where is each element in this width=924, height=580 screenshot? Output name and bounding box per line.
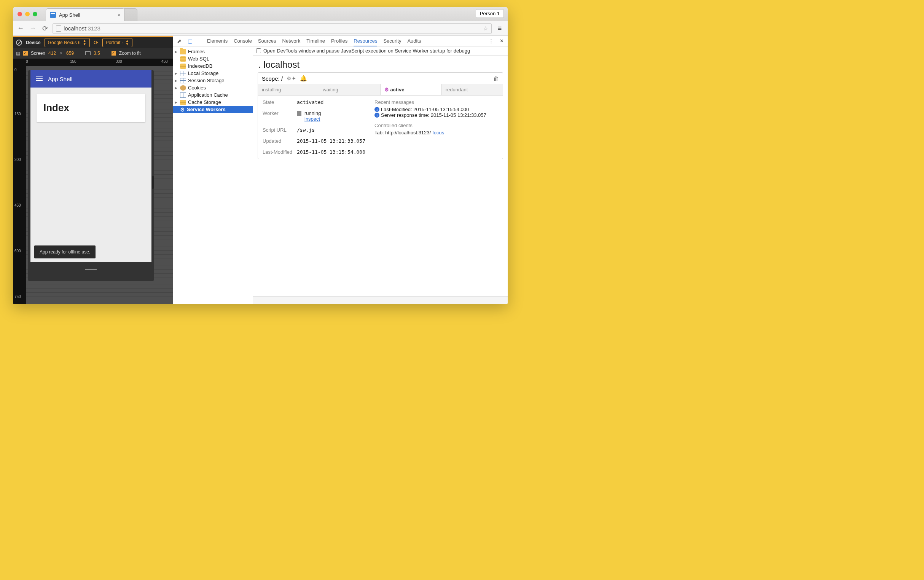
resources-tree: ▶Frames Web SQL IndexedDB ▶Local Storage… bbox=[173, 46, 253, 304]
maximize-window-button[interactable] bbox=[33, 12, 37, 16]
hamburger-icon[interactable] bbox=[36, 75, 43, 82]
ruler-vertical: 0 150 300 450 600 750 bbox=[13, 66, 26, 304]
reload-button[interactable]: ⟳ bbox=[40, 24, 49, 33]
service-workers-panel: Open DevTools window and pause JavaScrip… bbox=[253, 46, 508, 304]
sw-tab-installing[interactable]: installing bbox=[258, 84, 319, 95]
screen-height[interactable]: 659 bbox=[66, 51, 74, 56]
tab-sources[interactable]: Sources bbox=[258, 38, 276, 44]
chevron-updown-icon: ▲▼ bbox=[83, 39, 86, 46]
info-icon: i bbox=[374, 113, 379, 118]
tree-appcache[interactable]: Application Cache bbox=[173, 91, 253, 99]
tree-localstorage[interactable]: ▶Local Storage bbox=[173, 70, 253, 77]
device-screen[interactable]: App Shell Index bbox=[30, 70, 152, 262]
close-window-button[interactable] bbox=[18, 12, 22, 16]
inspect-link[interactable]: inspect bbox=[305, 116, 321, 122]
menu-button[interactable]: ≡ bbox=[495, 24, 505, 32]
profile-button[interactable]: Person 1 bbox=[476, 9, 504, 18]
pause-on-start-checkbox[interactable] bbox=[256, 48, 261, 53]
sw-card: Scope: / ⚙✦ 🔔 🗑 installing waiting ⚙acti… bbox=[258, 72, 503, 159]
tree-serviceworkers[interactable]: ⚙Service Workers bbox=[173, 106, 253, 113]
tab-resources[interactable]: Resources bbox=[354, 38, 377, 46]
lastmodified-value: 2015-11-05 13:15:54.000 bbox=[297, 149, 365, 155]
cookie-icon bbox=[180, 85, 186, 91]
tab-console[interactable]: Console bbox=[234, 38, 252, 44]
disable-icon[interactable] bbox=[16, 40, 22, 46]
page-icon bbox=[56, 25, 61, 31]
worker-status: running bbox=[305, 110, 321, 116]
sw-right-column: Recent messages iLast-Modified: 2015-11-… bbox=[374, 99, 498, 155]
sw-tab-waiting[interactable]: waiting bbox=[319, 84, 380, 95]
tree-indexeddb[interactable]: IndexedDB bbox=[173, 63, 253, 70]
zoom-label: Zoom to fit bbox=[119, 51, 141, 56]
device-mode-icon[interactable]: ▢ bbox=[188, 38, 193, 44]
tree-sessionstorage[interactable]: ▶Session Storage bbox=[173, 77, 253, 84]
close-tab-icon[interactable]: × bbox=[118, 12, 121, 18]
address-bar[interactable]: localhost:3123 ☆ bbox=[53, 23, 492, 34]
bookmark-icon[interactable]: ☆ bbox=[483, 25, 488, 32]
storage-icon bbox=[180, 71, 186, 76]
screen-checkbox[interactable] bbox=[23, 51, 28, 56]
dpr-icon bbox=[85, 51, 91, 55]
browser-tab[interactable]: App Shell × bbox=[46, 8, 125, 21]
updated-label: Updated bbox=[263, 138, 293, 144]
sw-details: State activated Worker running inspect bbox=[263, 99, 365, 155]
zoom-checkbox[interactable] bbox=[112, 51, 116, 56]
browser-window: App Shell × Person 1 ← → ⟳ localhost:312… bbox=[13, 7, 508, 304]
new-tab-button[interactable] bbox=[124, 8, 137, 21]
device-frame: App Shell Index App ready for offline us… bbox=[28, 70, 154, 281]
devtools-tabbar: ⬈ ▢ Elements Console Sources Network Tim… bbox=[173, 36, 508, 46]
sw-tab-redundant[interactable]: redundant bbox=[442, 84, 503, 95]
gear-icon: ⚙ bbox=[180, 107, 185, 112]
gear-icon: ⚙ bbox=[384, 87, 389, 92]
database-icon bbox=[180, 56, 186, 62]
tab-profiles[interactable]: Profiles bbox=[331, 38, 348, 44]
cascade-icon[interactable]: ▤ bbox=[16, 51, 20, 56]
tab-security[interactable]: Security bbox=[383, 38, 401, 44]
sw-tab-active[interactable]: ⚙active bbox=[380, 84, 442, 95]
device-select[interactable]: Google Nexus 6 ▲▼ bbox=[44, 38, 90, 47]
storage-icon bbox=[180, 78, 186, 83]
x-separator: × bbox=[60, 51, 63, 56]
tree-frames[interactable]: ▶Frames bbox=[173, 48, 253, 55]
bell-icon[interactable]: 🔔 bbox=[300, 75, 307, 82]
app-title: App Shell bbox=[48, 76, 72, 82]
content-card: Index bbox=[36, 94, 145, 122]
orientation-select[interactable]: Portrait ‑ ▲▼ bbox=[102, 38, 132, 47]
scripturl-value: /sw.js bbox=[297, 127, 365, 133]
inspect-icon[interactable]: ⬈ bbox=[177, 38, 181, 44]
tab-title: App Shell bbox=[59, 12, 80, 18]
tree-cachestorage[interactable]: ▶Cache Storage bbox=[173, 99, 253, 106]
storage-icon bbox=[180, 92, 186, 98]
tree-websql[interactable]: Web SQL bbox=[173, 55, 253, 63]
focus-link[interactable]: focus bbox=[432, 130, 444, 135]
url-host: localhost:3123 bbox=[64, 25, 100, 31]
database-icon bbox=[180, 100, 186, 105]
dpr-value[interactable]: 3.5 bbox=[94, 51, 100, 56]
stage-grid: App Shell Index App ready for offline us… bbox=[26, 66, 173, 304]
trash-icon[interactable]: 🗑 bbox=[493, 75, 499, 82]
state-value: activated bbox=[297, 99, 365, 105]
ruler-horizontal: 0 150 300 450 bbox=[13, 59, 173, 66]
gear-icon[interactable]: ⚙✦ bbox=[287, 75, 296, 81]
card-heading: Index bbox=[43, 102, 138, 114]
tab-audits[interactable]: Audits bbox=[407, 38, 421, 44]
tab-network[interactable]: Network bbox=[282, 38, 301, 44]
rotate-icon[interactable]: ⟳ bbox=[94, 39, 99, 46]
state-label: State bbox=[263, 99, 293, 105]
minimize-window-button[interactable] bbox=[25, 12, 30, 16]
tab-elements[interactable]: Elements bbox=[207, 38, 227, 44]
close-devtools-icon[interactable]: ✕ bbox=[500, 38, 504, 44]
tree-cookies[interactable]: ▶Cookies bbox=[173, 84, 253, 91]
screen-width[interactable]: 412 bbox=[48, 51, 56, 56]
back-button[interactable]: ← bbox=[16, 24, 25, 32]
devtools-drawer[interactable] bbox=[253, 296, 508, 304]
stop-icon[interactable] bbox=[297, 111, 301, 116]
forward-button[interactable]: → bbox=[28, 24, 37, 32]
recent-messages-heading: Recent messages bbox=[374, 99, 498, 105]
more-icon[interactable]: ⋮ bbox=[489, 38, 494, 44]
emulator-toolbar: Device Google Nexus 6 ▲▼ ⟳ Portrait ‑ ▲▼ bbox=[13, 36, 173, 48]
tab-timeline[interactable]: Timeline bbox=[306, 38, 325, 44]
device-label: Device bbox=[26, 40, 41, 45]
sw-host: . localhost bbox=[253, 56, 508, 72]
sw-state-tabs: installing waiting ⚙active redundant bbox=[258, 84, 503, 96]
